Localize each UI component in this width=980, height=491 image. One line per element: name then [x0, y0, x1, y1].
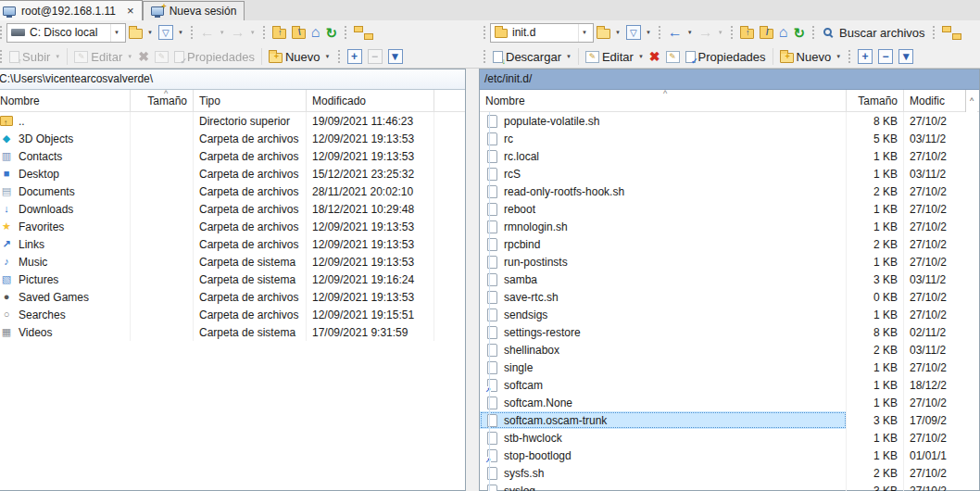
remote-root-directory-button[interactable]: /	[757, 25, 776, 41]
table-row[interactable]: stb-hwclock1 KB27/10/2	[480, 429, 979, 447]
table-row[interactable]: MusicCarpeta de sistema12/09/2021 19:13:…	[0, 253, 465, 271]
remote-open-directory-button[interactable]: ▼	[594, 25, 623, 41]
synchronize-browsing-button[interactable]	[351, 23, 377, 42]
synchronize-browsing-button[interactable]	[939, 23, 965, 42]
remote-parent-directory-button[interactable]: ↑	[737, 25, 757, 41]
table-row[interactable]: save-rtc.sh0 KB27/10/2	[480, 288, 979, 306]
remote-new-button[interactable]: + Nuevo▼	[777, 48, 845, 66]
column-header-modified[interactable]: Modificado	[307, 90, 434, 111]
column-header-name[interactable]: Nombre	[0, 90, 131, 111]
toolbar-grip[interactable]	[932, 25, 936, 40]
table-row[interactable]: DocumentsCarpeta de archivos28/11/2021 2…	[0, 183, 465, 200]
remote-select-button[interactable]: +	[855, 47, 875, 66]
filler-cell	[434, 147, 465, 165]
toolbar-grip[interactable]	[0, 49, 3, 64]
tab-new-session[interactable]: Nueva sesión	[143, 1, 245, 20]
remote-properties-button[interactable]: ✓ Propiedades	[683, 48, 769, 66]
table-row[interactable]: reboot1 KB27/10/2	[480, 200, 979, 218]
column-header-type[interactable]: Tipo	[194, 90, 307, 111]
remote-back-button[interactable]: ←▼	[665, 23, 696, 42]
chevron-down-icon[interactable]: ▼	[110, 24, 122, 42]
table-row[interactable]: VideosCarpeta de sistema17/09/2021 9:31:…	[0, 323, 465, 341]
toolbar-grip[interactable]	[483, 49, 486, 64]
remote-edit-button[interactable]: ✎ Editar▼	[583, 48, 647, 66]
table-row[interactable]: rmnologin.sh1 KB27/10/2	[480, 218, 979, 235]
local-home-directory-button[interactable]: ⌂	[308, 23, 323, 42]
toolbar-grip[interactable]	[730, 25, 734, 40]
file-name: rmnologin.sh	[504, 220, 568, 233]
local-open-directory-button[interactable]: ▼	[126, 25, 156, 41]
remote-selection-filter-button[interactable]: ▼	[896, 47, 916, 66]
remote-rename-button[interactable]: ✎	[663, 49, 683, 65]
table-row[interactable]: rcS1 KB03/11/2	[480, 165, 979, 183]
remote-directory-selector[interactable]: init.d ▼	[490, 23, 594, 43]
table-row[interactable]: read-only-rootfs-hook.sh2 KB27/10/2	[480, 183, 979, 200]
table-row[interactable]: DesktopCarpeta de archivos15/12/2021 23:…	[0, 165, 465, 183]
local-filter-button[interactable]: ▽▼	[156, 23, 186, 42]
tab-session-root[interactable]: root@192.168.1.11 ×	[0, 0, 143, 20]
table-row[interactable]: 3D ObjectsCarpeta de archivos12/09/2021 …	[0, 130, 465, 147]
plus-icon: +	[347, 49, 362, 64]
local-selection-filter-button[interactable]: ▼	[385, 47, 406, 66]
column-header-size[interactable]: Tamaño	[847, 90, 904, 111]
table-row[interactable]: Saved GamesCarpeta de archivos12/09/2021…	[0, 288, 465, 306]
toolbar-grip[interactable]	[658, 25, 661, 40]
remote-unselect-button[interactable]: −	[875, 47, 896, 66]
table-row[interactable]: LinksCarpeta de archivos12/09/2021 19:13…	[0, 235, 465, 253]
remote-refresh-button[interactable]: ↻	[790, 24, 808, 42]
chevron-down-icon[interactable]: ▼	[578, 24, 590, 42]
table-row[interactable]: stop-bootlogd1 KB01/01/1	[480, 447, 979, 464]
table-row[interactable]: softcam1 KB18/12/2	[480, 376, 979, 394]
table-row[interactable]: PicturesCarpeta de sistema12/09/2021 19:…	[0, 271, 465, 288]
local-new-button[interactable]: + Nuevo▼	[266, 48, 333, 66]
table-row[interactable]: settings-restore8 KB02/11/2	[480, 323, 979, 341]
file-size	[131, 288, 194, 306]
file-size	[131, 323, 194, 341]
toolbar-grip[interactable]	[344, 25, 347, 40]
local-root-directory-button[interactable]: \	[289, 25, 308, 41]
local-drive-selector[interactable]: C: Disco local ▼	[6, 23, 126, 43]
file-size: 1 KB	[847, 200, 904, 218]
table-row[interactable]: sendsigs1 KB27/10/2	[480, 306, 979, 323]
close-tab-icon[interactable]: ×	[127, 5, 134, 17]
table-row[interactable]: rc5 KB03/11/2	[480, 130, 979, 147]
toolbar-grip[interactable]	[337, 49, 341, 64]
toolbar-grip[interactable]	[811, 25, 815, 40]
table-row[interactable]: samba3 KB03/11/2	[480, 271, 979, 288]
table-row[interactable]: syslog3 KB27/10/2	[480, 482, 979, 491]
table-row[interactable]: sysfs.sh2 KB27/10/2	[480, 464, 979, 482]
toolbar-grip[interactable]	[848, 49, 851, 64]
toolbar-grip[interactable]	[190, 25, 194, 40]
table-row[interactable]: populate-volatile.sh8 KB27/10/2	[480, 112, 979, 130]
local-path-bar[interactable]: C:\Users\vicentearcosvalverde\	[0, 69, 465, 90]
remote-filter-button[interactable]: ▽▼	[623, 23, 654, 42]
table-row[interactable]: shellinabox2 KB03/11/2	[480, 341, 979, 359]
table-row[interactable]: rc.local1 KB27/10/2	[480, 147, 979, 165]
remote-path-bar[interactable]: /etc/init.d/	[480, 69, 979, 90]
table-row[interactable]: ContactsCarpeta de archivos12/09/2021 19…	[0, 147, 465, 165]
table-row[interactable]: single1 KB27/10/2	[480, 359, 979, 376]
table-row[interactable]: ..Directorio superior19/09/2021 11:46:23	[0, 112, 465, 130]
table-row[interactable]: softcam.oscam-trunk3 KB17/09/2	[480, 411, 979, 429]
table-row[interactable]: DownloadsCarpeta de archivos18/12/2021 1…	[0, 200, 465, 218]
remote-home-directory-button[interactable]: ⌂	[776, 23, 791, 42]
file-name: ..	[19, 115, 25, 128]
toolbar-grip[interactable]	[483, 25, 486, 40]
scrollbar-up-icon[interactable]	[965, 90, 977, 112]
local-parent-directory-button[interactable]: ↑	[270, 25, 289, 41]
local-select-button[interactable]: +	[345, 47, 365, 66]
remote-delete-button[interactable]: ✖	[647, 48, 663, 65]
download-button[interactable]: ↓ Descargar▼	[490, 48, 574, 66]
local-refresh-button[interactable]: ↻	[322, 24, 340, 42]
toolbar-grip[interactable]	[262, 25, 266, 40]
column-header-size[interactable]: Tamaño	[131, 90, 194, 111]
table-row[interactable]: FavoritesCarpeta de archivos12/09/2021 1…	[0, 218, 465, 235]
file-name: save-rtc.sh	[504, 291, 559, 304]
table-row[interactable]: run-postinsts1 KB27/10/2	[480, 253, 979, 271]
table-row[interactable]: softcam.None1 KB27/10/2	[480, 394, 979, 411]
toolbar-grip[interactable]	[0, 25, 3, 40]
file-modified: 27/10/2	[904, 288, 979, 306]
find-files-button[interactable]: Buscar archivos	[819, 24, 927, 42]
table-row[interactable]: SearchesCarpeta de archivos12/09/2021 19…	[0, 306, 465, 323]
table-row[interactable]: rpcbind2 KB27/10/2	[480, 235, 979, 253]
